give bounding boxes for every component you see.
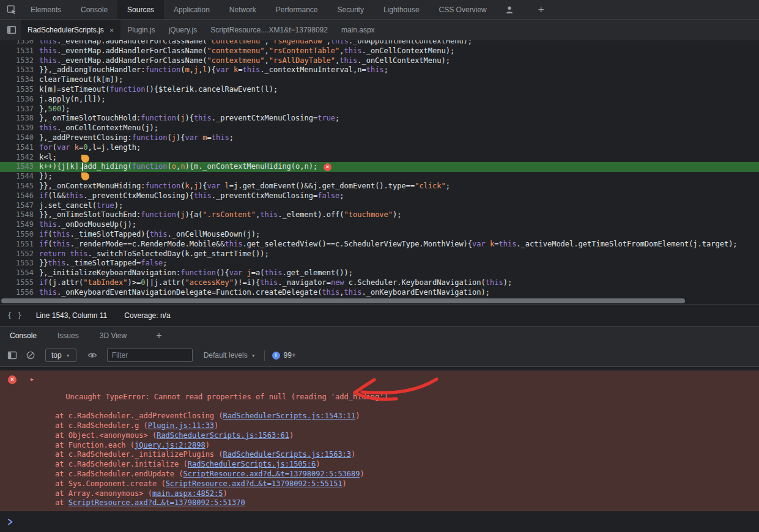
source-editor[interactable]: 1530this._eventMap.addHandlerForClassNam…: [0, 40, 759, 304]
default-levels-dropdown[interactable]: Default levels ▼: [204, 351, 256, 360]
code-line[interactable]: 1546if(l&&this._preventCtxMenuClosing){t…: [0, 191, 759, 201]
scrollbar-thumb[interactable]: [1, 298, 685, 303]
line-number[interactable]: 1545: [0, 182, 37, 191]
line-number[interactable]: 1543: [0, 162, 37, 172]
code-line[interactable]: 1537},500);: [0, 105, 759, 114]
drawer-tab-issues[interactable]: Issues: [50, 327, 86, 344]
javascript-context-selector[interactable]: top ▼: [45, 349, 76, 362]
tab-elements[interactable]: Elements: [21, 0, 71, 19]
line-number[interactable]: 1534: [0, 75, 37, 85]
code-line[interactable]: 1547j.set_cancel(true);: [0, 201, 759, 211]
code-line[interactable]: 1554},_initializeKeyboardNavigation:func…: [0, 268, 759, 278]
line-number[interactable]: 1537: [0, 105, 37, 114]
tab-performance[interactable]: Performance: [266, 0, 328, 19]
line-number[interactable]: 1548: [0, 210, 37, 220]
line-number[interactable]: 1546: [0, 191, 37, 201]
stack-link[interactable]: RadSchedulerScripts.js:1543:11: [223, 412, 356, 420]
expand-stack-icon[interactable]: ▶: [31, 375, 34, 385]
stack-link[interactable]: RadSchedulerScripts.js:1505:6: [188, 460, 316, 468]
line-number[interactable]: 1531: [0, 46, 37, 56]
line-number[interactable]: 1532: [0, 56, 37, 66]
line-number[interactable]: 1538: [0, 114, 37, 124]
stack-link[interactable]: jQuery.js:2:2898: [135, 441, 205, 449]
file-tab-scriptresource-xm1-t-13798092[interactable]: ScriptResource....XM1&t=13798092: [204, 20, 335, 40]
navigator-toggle-icon[interactable]: [2, 20, 21, 40]
code-line[interactable]: 1548}},_onTimeSlotTouchEnd:function(j){a…: [0, 210, 759, 220]
file-tab-jquery-js[interactable]: jQuery.js: [162, 20, 204, 40]
line-number[interactable]: 1552: [0, 249, 37, 259]
horizontal-scrollbar[interactable]: [0, 298, 759, 304]
line-number[interactable]: 1556: [0, 288, 37, 298]
code-line[interactable]: 1533}},_addLongTouchHandler:function(m,j…: [0, 65, 759, 75]
tab-application[interactable]: Application: [164, 0, 220, 19]
drawer-tab-console[interactable]: Console: [2, 327, 44, 344]
file-tab-plugin-js[interactable]: Plugin.js: [120, 20, 161, 40]
code-line[interactable]: 1549this._onDocMouseUp(j);: [0, 220, 759, 230]
pretty-print-button[interactable]: { }: [7, 311, 23, 320]
code-line[interactable]: 1544});: [0, 172, 759, 182]
line-number[interactable]: 1541: [0, 143, 37, 153]
code-line[interactable]: 1553}}this._timeSlotTapped=false;: [0, 259, 759, 268]
code-line[interactable]: 1551if(this._renderMode==c.RenderMode.Mo…: [0, 240, 759, 249]
code-line[interactable]: 1535k[m]=setTimeout(function(){$telerik.…: [0, 85, 759, 95]
code-line[interactable]: 1531this._eventMap.addHandlerForClassNam…: [0, 46, 759, 56]
tab-console[interactable]: Console: [71, 0, 117, 19]
close-icon[interactable]: ×: [109, 26, 114, 34]
file-tab-main-aspx[interactable]: main.aspx: [335, 20, 382, 40]
stack-link[interactable]: ScriptResource.axd?d…&t=13798092:5:51370: [68, 498, 245, 507]
line-number[interactable]: 1549: [0, 220, 37, 230]
inline-error-icon[interactable]: ×: [324, 163, 331, 171]
line-number[interactable]: 1550: [0, 230, 37, 240]
stack-link[interactable]: ScriptResource.axd?d…&t=13798092:5:53689: [183, 470, 360, 478]
stack-link[interactable]: RadSchedulerScripts.js:1563:61: [157, 431, 289, 440]
stack-link[interactable]: main.aspx:4852:5: [152, 489, 223, 498]
code-line[interactable]: 1552return this._switchToSelectedDay(k.g…: [0, 249, 759, 259]
code-line[interactable]: 1541for(var k=0,l=j.length;: [0, 143, 759, 153]
code-line[interactable]: 1555if(j.attr("tabIndex")>=0||j.attr("ac…: [0, 278, 759, 288]
filter-input[interactable]: [107, 349, 193, 362]
file-tab-radschedulerscripts-js[interactable]: RadSchedulerScripts.js×: [21, 20, 120, 40]
code-line[interactable]: 1540},_addPreventClosing:function(j){var…: [0, 133, 759, 143]
line-number[interactable]: 1547: [0, 201, 37, 211]
tab-network[interactable]: Network: [220, 0, 266, 19]
line-number[interactable]: 1554: [0, 268, 37, 278]
add-drawer-tab-button[interactable]: +: [150, 330, 168, 341]
code-line[interactable]: 1530this._eventMap.addHandlerForClassNam…: [0, 40, 759, 46]
drawer-tab-3d-view[interactable]: 3D View: [92, 327, 134, 344]
line-number[interactable]: 1551: [0, 240, 37, 249]
code-line[interactable]: 1550if(this._timeSlotTapped){this._onCel…: [0, 230, 759, 240]
code-line[interactable]: 1538},_onTimeSlotTouchHold:function(j){t…: [0, 114, 759, 124]
tab-sources[interactable]: Sources: [117, 0, 164, 19]
code-line[interactable]: 1542k<l;: [0, 153, 759, 163]
line-number[interactable]: 1533: [0, 65, 37, 75]
line-number[interactable]: 1539: [0, 124, 37, 133]
line-number[interactable]: 1553: [0, 259, 37, 268]
tab-css-overview[interactable]: CSS Overview: [429, 0, 497, 19]
code-line[interactable]: 1556this._onKeyboardEventNavigationDeleg…: [0, 288, 759, 298]
person-icon[interactable]: [500, 0, 519, 19]
live-expression-eye-icon[interactable]: [85, 348, 100, 363]
stack-link[interactable]: RadSchedulerScripts.js:1563:3: [223, 450, 352, 459]
add-panel-button[interactable]: +: [532, 0, 550, 19]
line-number[interactable]: 1542: [0, 153, 37, 163]
code-line[interactable]: 1543k++){j[k].add_hiding(function(o,n){m…: [0, 162, 759, 172]
line-number[interactable]: 1536: [0, 95, 37, 105]
line-number[interactable]: 1540: [0, 133, 37, 143]
line-number[interactable]: 1535: [0, 85, 37, 95]
stack-link[interactable]: ScriptResource.axd?d…&t=13798092:5:55151: [166, 479, 342, 488]
line-number[interactable]: 1530: [0, 40, 37, 46]
code-line[interactable]: 1539this._onCellContextMenu(j);: [0, 124, 759, 133]
code-line[interactable]: 1532this._eventMap.addHandlerForClassNam…: [0, 56, 759, 66]
clear-console-icon[interactable]: [23, 348, 38, 363]
issues-counter[interactable]: ! 99+: [272, 351, 296, 360]
line-number[interactable]: 1555: [0, 278, 37, 288]
stack-link[interactable]: Plugin.js:11:33: [148, 421, 214, 430]
tab-lighthouse[interactable]: Lighthouse: [374, 0, 429, 19]
tab-security[interactable]: Security: [328, 0, 374, 19]
selection-handle[interactable]: [81, 172, 89, 180]
code-line[interactable]: 1545}},_onContextMenuHiding:function(k,j…: [0, 182, 759, 191]
code-line[interactable]: 1536j.apply(n,[l]);: [0, 95, 759, 105]
line-number[interactable]: 1544: [0, 172, 37, 182]
code-line[interactable]: 1534clearTimeout(k[m]);: [0, 75, 759, 85]
inspect-element-icon[interactable]: [2, 0, 21, 19]
